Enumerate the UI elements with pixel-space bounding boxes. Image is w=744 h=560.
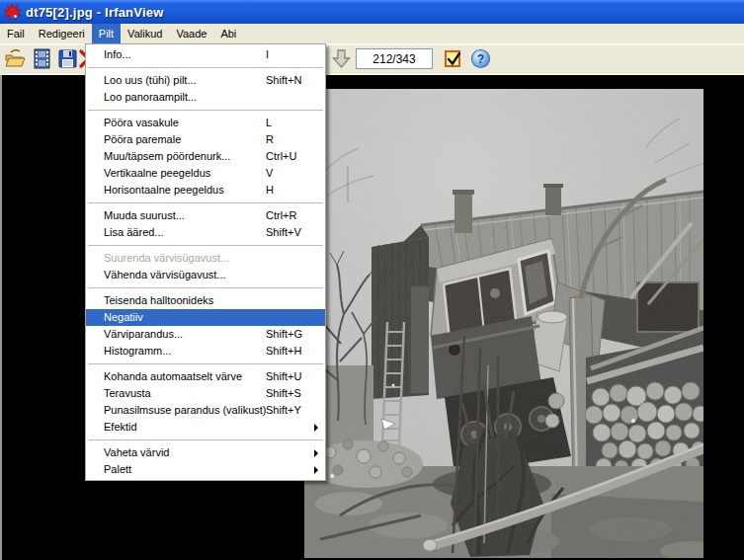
menu-item-vahenda-varvisugavust[interactable]: Vähenda värvisügavust...: [86, 267, 325, 283]
photo: [304, 89, 703, 558]
pilt-menu-popup: Info...I Loo uus (tühi) pilt...Shift+N L…: [85, 43, 326, 481]
irfanview-app-icon: [4, 4, 21, 21]
photo-scene: [304, 89, 703, 558]
slideshow-button[interactable]: [31, 47, 53, 70]
menu-separator: [86, 106, 325, 115]
menu-item-vertikaalne-peegeldus[interactable]: Vertikaalne peegeldusV: [86, 165, 325, 182]
menu-item-poordenurk[interactable]: Muu/täpsem pöördenurk...Ctrl+U: [86, 148, 325, 165]
irfanview-app-icon-svg: [4, 4, 21, 21]
menubar-item-abi[interactable]: Abi: [213, 24, 243, 43]
svg-text:?: ?: [477, 52, 484, 66]
gray-down-arrow-icon: [330, 47, 353, 70]
menubar-item-valikud[interactable]: Valikud: [121, 24, 169, 43]
submenu-arrow-icon: [314, 449, 318, 457]
menu-separator: [86, 241, 325, 250]
menu-item-teisenda-halltoonideks[interactable]: Teisenda halltoonideks: [86, 292, 325, 309]
help-question-icon: ?: [469, 47, 492, 70]
menu-item-loo-panoraampilt[interactable]: Loo panoraampilt...: [86, 89, 325, 106]
menubar-item-redigeeri[interactable]: Redigeeri: [32, 24, 92, 43]
menu-item-poora-vasakule[interactable]: Pööra vasakuleL: [86, 115, 325, 131]
menu-separator: [86, 360, 325, 368]
menu-item-vaheta-varvid[interactable]: Vaheta värvid: [86, 444, 325, 461]
menu-item-efektid[interactable]: Efektid: [86, 419, 325, 436]
window-left-edge: [0, 75, 2, 560]
help-button[interactable]: ?: [469, 47, 492, 70]
menu-item-palett[interactable]: Palett: [86, 461, 325, 478]
titlebar: dt75[2].jpg - IrfanView: [0, 0, 744, 24]
menu-item-punasilmsuse-parandus[interactable]: Punasilmsuse parandus (valikust)Shift+Y: [86, 402, 325, 419]
menu-item-negatiiv[interactable]: Negatiiv: [86, 309, 325, 326]
menu-item-horisontaalne-peegeldus[interactable]: Horisontaalne peegeldusH: [86, 182, 325, 199]
menu-separator: [86, 199, 325, 207]
menubar-item-fail[interactable]: Fail: [0, 24, 32, 43]
menu-item-muuda-suurust[interactable]: Muuda suurust...Ctrl+R: [86, 207, 325, 224]
menu-item-info[interactable]: Info...I: [86, 46, 325, 63]
menubar-item-vaade[interactable]: Vaade: [169, 24, 213, 43]
menu-item-kohanda-automaatselt-varve[interactable]: Kohanda automaatselt värveShift+U: [86, 368, 325, 385]
auto-view-toggle[interactable]: [443, 47, 465, 70]
menu-item-teravusta[interactable]: TeravustaShift+S: [86, 385, 325, 402]
irfanview-window: dt75[2].jpg - IrfanView Fail Redigeeri P…: [0, 0, 744, 560]
menu-item-lisa-aared[interactable]: Lisa ääred...Shift+V: [86, 224, 325, 241]
menu-item-histogramm[interactable]: Histogramm...Shift+H: [86, 343, 325, 360]
menu-item-varviparandus[interactable]: Värviparandus...Shift+G: [86, 326, 325, 343]
save-icon: [56, 47, 79, 70]
submenu-arrow-icon: [314, 466, 318, 474]
image-counter-field[interactable]: [356, 48, 433, 69]
menu-item-loo-uus-pilt[interactable]: Loo uus (tühi) pilt...Shift+N: [86, 72, 325, 89]
save-button[interactable]: [56, 47, 79, 70]
submenu-arrow-icon: [314, 424, 318, 432]
menu-separator: [86, 436, 325, 444]
menu-item-poora-paremale[interactable]: Pööra paremaleR: [86, 131, 325, 148]
menubar: Fail Redigeeri Pilt Valikud Vaade Abi: [0, 24, 744, 44]
menu-separator: [86, 283, 325, 292]
menubar-item-pilt[interactable]: Pilt: [92, 24, 121, 43]
checkbox-check-icon: [443, 47, 465, 70]
open-folder-icon: [4, 47, 27, 70]
slideshow-icon: [31, 47, 53, 70]
jpg-lossless-button[interactable]: [330, 47, 353, 70]
window-title: dt75[2].jpg - IrfanView: [26, 5, 163, 20]
open-button[interactable]: [4, 47, 27, 70]
menu-separator: [86, 63, 325, 72]
menu-item-suurenda-varvisugavust: Suurenda värvisügavust...: [86, 250, 325, 267]
